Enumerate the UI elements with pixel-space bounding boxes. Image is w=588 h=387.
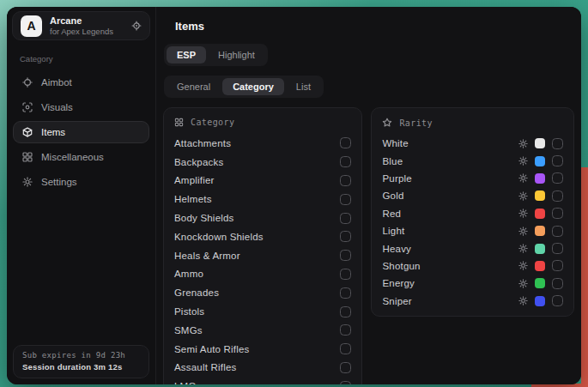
checkbox[interactable] — [340, 362, 351, 373]
color-swatch[interactable] — [535, 226, 545, 236]
checkbox[interactable] — [340, 137, 351, 148]
category-row-pistols: Pistols — [174, 302, 351, 321]
category-item-label: Helmets — [174, 194, 212, 204]
tab-general[interactable]: General — [167, 78, 221, 95]
checkbox[interactable] — [340, 381, 351, 384]
checkbox[interactable] — [552, 208, 563, 219]
sidebar-section-label: Category — [20, 54, 142, 63]
desktop-red-accent — [581, 167, 588, 387]
gear-icon[interactable] — [518, 296, 528, 305]
checkbox[interactable] — [552, 243, 563, 254]
checkbox[interactable] — [340, 213, 351, 224]
sidebar-nav: AimbotVisualsItemsMiscellaneousSettings — [7, 70, 155, 194]
rarity-row-purple: Purple — [382, 170, 563, 187]
category-row-grenades: Grenades — [174, 283, 351, 302]
checkbox[interactable] — [340, 343, 351, 354]
color-swatch[interactable] — [535, 156, 545, 166]
color-swatch[interactable] — [535, 173, 545, 184]
color-swatch[interactable] — [535, 296, 545, 306]
session-info-card: Sub expires in 9d 23h Session duration 3… — [13, 345, 149, 378]
gear-icon[interactable] — [518, 279, 528, 288]
main-content: Items ESPHighlight GeneralCategoryList C… — [156, 7, 581, 384]
category-row-assault-rifles: Assault Rifles — [174, 359, 351, 378]
category-item-label: SMGs — [174, 325, 203, 336]
category-row-backpacks: Backpacks — [174, 153, 351, 172]
sidebar-item-settings[interactable]: Settings — [13, 171, 149, 193]
grid-icon — [22, 152, 33, 162]
sidebar-item-label: Visuals — [41, 102, 73, 112]
category-item-label: Knockdown Shields — [174, 232, 264, 242]
gear-icon[interactable] — [518, 209, 528, 218]
checkbox[interactable] — [552, 260, 563, 271]
rarity-row-blue: Blue — [382, 152, 563, 169]
gear-icon[interactable] — [518, 261, 528, 270]
category-item-label: Pistols — [174, 306, 204, 317]
rarity-item-label: Gold — [382, 190, 403, 201]
gear-icon[interactable] — [518, 244, 528, 253]
rarity-row-shotgun: Shotgun — [382, 257, 563, 275]
sub-expires-text: Sub expires in 9d 23h — [22, 351, 140, 360]
sidebar-item-label: Miscellaneous — [41, 152, 104, 162]
checkbox[interactable] — [340, 269, 351, 280]
scan-eye-icon — [22, 102, 33, 112]
rarity-row-light: Light — [382, 222, 563, 239]
rarity-item-label: White — [382, 138, 408, 148]
target-settings-icon[interactable] — [131, 21, 142, 31]
checkbox[interactable] — [340, 194, 351, 205]
color-swatch[interactable] — [535, 261, 545, 271]
sidebar-item-miscellaneous[interactable]: Miscellaneous — [13, 146, 149, 168]
sidebar-item-aimbot[interactable]: Aimbot — [13, 71, 149, 94]
checkbox[interactable] — [552, 226, 563, 237]
checkbox[interactable] — [552, 190, 563, 202]
checkbox[interactable] — [552, 172, 563, 184]
sidebar-item-label: Aimbot — [41, 77, 72, 88]
category-row-ammo: Ammo — [174, 265, 351, 284]
checkbox[interactable] — [340, 306, 351, 317]
checkbox[interactable] — [340, 250, 351, 261]
category-item-label: Attachments — [174, 138, 231, 148]
color-swatch[interactable] — [535, 244, 545, 254]
category-row-amplifier: Amplifier — [174, 172, 351, 190]
checkbox[interactable] — [340, 156, 351, 167]
checkbox[interactable] — [340, 231, 351, 242]
checkbox[interactable] — [552, 155, 563, 166]
rarity-row-heavy: Heavy — [382, 239, 563, 257]
gear-icon[interactable] — [518, 191, 528, 201]
category-item-label: Backpacks — [174, 157, 223, 167]
rarity-panel-title: Rarity — [399, 118, 433, 128]
checkbox[interactable] — [340, 324, 351, 336]
app-name: Arcane — [50, 15, 113, 26]
category-item-label: Semi Auto Rifles — [174, 344, 250, 354]
gear-icon[interactable] — [518, 227, 528, 236]
checkbox[interactable] — [340, 175, 351, 186]
rarity-item-label: Blue — [382, 156, 403, 166]
gear-icon — [22, 177, 33, 187]
category-row-knockdown-shields: Knockdown Shields — [174, 227, 351, 246]
checkbox[interactable] — [552, 138, 563, 149]
color-swatch[interactable] — [535, 138, 545, 148]
star-icon — [382, 118, 392, 128]
tab-highlight[interactable]: Highlight — [208, 46, 265, 63]
color-swatch[interactable] — [535, 209, 545, 219]
tab-list[interactable]: List — [286, 78, 321, 95]
gear-icon[interactable] — [518, 173, 528, 183]
color-swatch[interactable] — [535, 278, 545, 288]
sidebar-item-items[interactable]: Items — [13, 121, 149, 143]
gear-icon[interactable] — [518, 139, 528, 148]
category-panel: Category AttachmentsBackpacksAmplifierHe… — [163, 107, 362, 384]
color-swatch[interactable] — [535, 190, 545, 201]
rarity-item-label: Shotgun — [382, 261, 420, 271]
category-grid-icon — [174, 118, 184, 127]
tab-category[interactable]: Category — [222, 78, 284, 95]
checkbox[interactable] — [340, 287, 351, 299]
tab-esp[interactable]: ESP — [167, 46, 206, 63]
category-item-label: Amplifier — [174, 175, 215, 185]
sidebar-item-visuals[interactable]: Visuals — [13, 96, 149, 118]
checkbox[interactable] — [552, 295, 563, 306]
rarity-panel: Rarity WhiteBluePurpleGoldRedLightHeavyS… — [371, 107, 574, 317]
rarity-item-label: Heavy — [382, 244, 411, 254]
category-item-label: Grenades — [174, 287, 219, 298]
gear-icon[interactable] — [518, 156, 528, 166]
category-row-semi-auto-rifles: Semi Auto Rifles — [174, 340, 351, 359]
checkbox[interactable] — [552, 278, 563, 289]
